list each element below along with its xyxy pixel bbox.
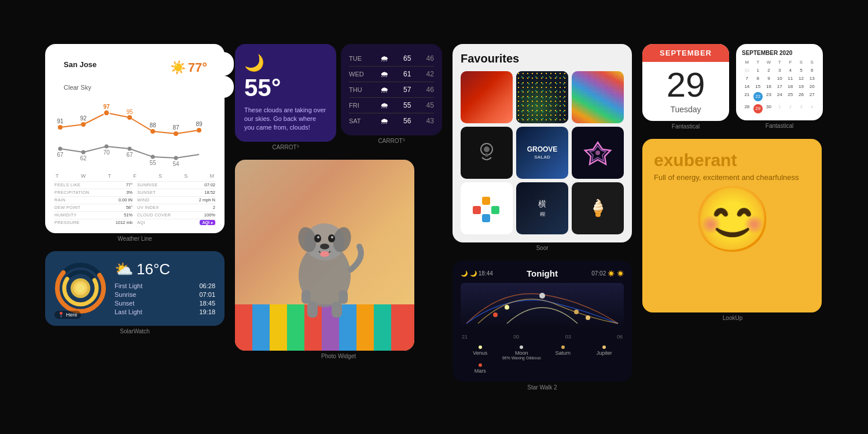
col-2: 🌙 55° These clouds are taking over our s… — [235, 44, 442, 359]
solarwatch-widget: ⛅ 16°C First Light06:28 Sunrise07:01 Sun… — [45, 251, 225, 334]
svg-point-4 — [150, 129, 155, 134]
wl-condition: Clear Sky — [54, 76, 234, 98]
lookup-label: LookUp — [642, 315, 823, 321]
col-1: San Jose Clear Sky ☀️ 77° — [45, 44, 225, 334]
fav-item-6[interactable] — [572, 127, 624, 179]
col-3: Favourites — [453, 44, 632, 391]
fantastical-mini-widget: SEPTEMBER 2020 M T W T F S S 31 1 — [736, 44, 823, 130]
svg-point-42 — [320, 251, 329, 257]
svg-rect-43 — [307, 301, 318, 318]
svg-point-41 — [320, 244, 329, 249]
fantastical-large-label: Fantastical — [642, 123, 729, 130]
fav-item-2[interactable] — [516, 71, 568, 123]
solar-temp-val: 16°C — [137, 260, 170, 278]
sw-title: Tonight — [527, 269, 558, 278]
svg-text:70: 70 — [103, 149, 110, 156]
weather-line-widget: San Jose Clear Sky ☀️ 77° — [45, 44, 225, 242]
widgets-grid: San Jose Clear Sky ☀️ 77° — [34, 32, 834, 402]
sw-time-right: 07:02 ☀️ ☀️ — [591, 270, 624, 277]
svg-text:91: 91 — [57, 118, 64, 124]
svg-rect-53 — [473, 206, 481, 214]
svg-text:62: 62 — [80, 155, 87, 161]
svg-point-5 — [174, 131, 178, 136]
carrot-right-label: CARROT⁵ — [341, 138, 442, 144]
fav-item-5[interactable]: GROOVE SALAD — [516, 127, 568, 179]
svg-point-8 — [82, 150, 86, 154]
svg-point-62 — [493, 312, 498, 317]
fav-item-7[interactable] — [461, 182, 513, 234]
svg-point-2 — [104, 110, 109, 116]
fav-title: Favourites — [461, 52, 624, 65]
svg-point-9 — [105, 144, 109, 148]
photo-widget: Photo Widget — [235, 160, 442, 359]
svg-rect-46 — [339, 290, 348, 304]
lookup-widget: exuberant Full of energy, excitement and… — [642, 139, 823, 321]
svg-text:87: 87 — [172, 124, 179, 131]
svg-point-39 — [317, 236, 319, 238]
favourites-widget: Favourites — [453, 44, 632, 251]
svg-point-59 — [539, 293, 545, 299]
svg-point-61 — [586, 315, 590, 320]
svg-point-10 — [128, 146, 132, 150]
lookup-def: Full of energy, excitement and chearfuln… — [654, 172, 810, 183]
svg-text:92: 92 — [80, 115, 87, 122]
wl-stats: FEELS LIKE77° PRECIPITATION3% RAIN0.00 I… — [54, 181, 215, 226]
svg-text:67: 67 — [126, 152, 133, 158]
fantastical-pair: SEPTEMBER 29 Tuesday Fantastical SEPTEMB… — [642, 44, 823, 130]
solarwatch-label: SolarWatch — [45, 328, 225, 334]
sw-time-left: 🌙 🌙 18:44 — [461, 270, 493, 277]
lookup-emoji: 😊 — [654, 187, 810, 251]
svg-point-40 — [331, 236, 333, 238]
carrot-day-list: TUE🌧6546 WED🌧6142 THU🌧5746 FRI🌧5545 SAT🌧… — [341, 44, 442, 135]
fantastical-large-widget: SEPTEMBER 29 Tuesday Fantastical — [642, 44, 729, 130]
cloud-icon: ⛅ — [115, 260, 133, 278]
svg-point-52 — [595, 150, 600, 155]
svg-point-58 — [505, 305, 509, 310]
fant-day-num: 29 — [642, 62, 729, 105]
svg-point-49 — [485, 153, 488, 157]
svg-point-11 — [151, 155, 155, 159]
carrot-msg: These clouds are taking over our skies. … — [244, 106, 327, 133]
fantastical-mini-label: Fantastical — [736, 123, 823, 129]
here-badge: 📍 Here — [54, 311, 81, 319]
fant-day-name: Tuesday — [642, 105, 729, 121]
carrot-right-widget: TUE🌧6546 WED🌧6142 THU🌧5746 FRI🌧5545 SAT🌧… — [341, 44, 442, 150]
svg-text:54: 54 — [172, 161, 179, 167]
fav-item-3[interactable] — [572, 71, 624, 123]
carrot-left-widget: 🌙 55° These clouds are taking over our s… — [235, 44, 336, 150]
wl-days-row: TW TF SS M — [54, 173, 215, 179]
svg-rect-45 — [301, 290, 311, 304]
fav-item-8[interactable]: 横 糊 — [516, 182, 568, 234]
wl-chart: 91 92 97 95 88 87 89 67 62 70 67 55 54 — [54, 101, 215, 171]
svg-rect-57 — [461, 283, 624, 329]
sun-icon: ☀️ — [170, 60, 186, 75]
svg-text:95: 95 — [126, 109, 133, 115]
svg-text:97: 97 — [103, 104, 110, 110]
sw-planets: Venus Moon 96% Waxing Gibbous Saturn Jup… — [461, 344, 624, 374]
solar-ring-chart — [54, 262, 106, 314]
fant-month: SEPTEMBER — [642, 44, 729, 62]
svg-rect-56 — [482, 214, 490, 222]
fav-item-9[interactable]: 🍦 — [572, 182, 624, 234]
carrot-temp: 55° — [244, 76, 327, 100]
photo-widget-label: Photo Widget — [235, 353, 442, 359]
weather-line-label: Weather Line — [45, 236, 225, 242]
col-4: SEPTEMBER 29 Tuesday Fantastical SEPTEMB… — [642, 44, 823, 321]
carrot-pair: 🌙 55° These clouds are taking over our s… — [235, 44, 442, 150]
fav-grid: GROOVE SALAD — [461, 71, 624, 234]
svg-point-7 — [58, 146, 62, 150]
starwalk-label: Star Walk 2 — [453, 384, 632, 391]
svg-point-38 — [328, 234, 335, 242]
sw-hour-labels: 21000306 — [461, 334, 624, 340]
sw-chart — [461, 283, 624, 329]
fav-item-1[interactable] — [461, 71, 513, 123]
svg-text:55: 55 — [149, 160, 156, 166]
starwalk-widget: 🌙 🌙 18:44 Tonight 07:02 ☀️ ☀️ — [453, 260, 632, 391]
svg-point-1 — [81, 122, 86, 127]
svg-point-60 — [574, 310, 579, 314]
fav-item-4[interactable] — [461, 127, 513, 179]
fm-month: SEPTEMBER 2020 — [742, 50, 792, 56]
svg-point-12 — [174, 156, 178, 160]
svg-text:89: 89 — [196, 121, 203, 127]
svg-point-48 — [484, 146, 490, 152]
